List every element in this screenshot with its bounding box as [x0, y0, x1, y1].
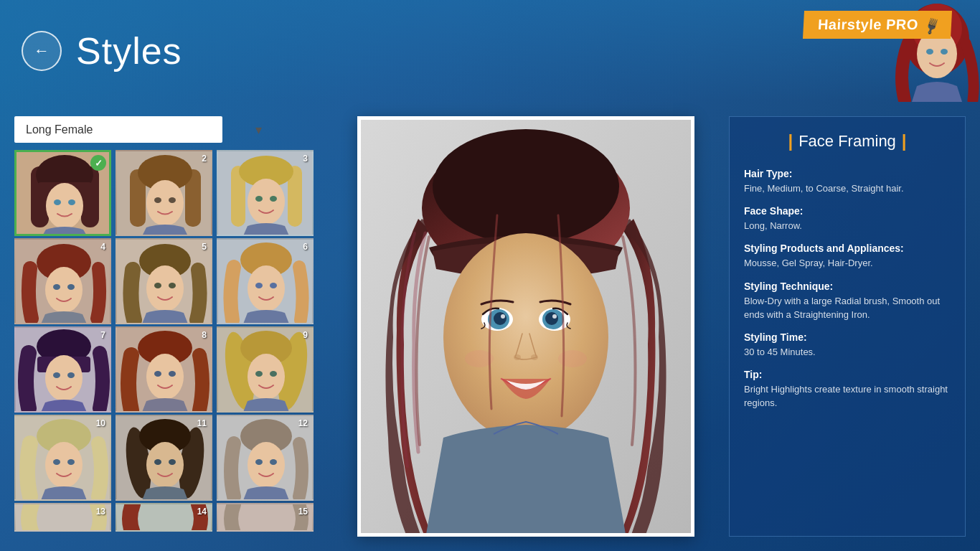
svg-point-82: [433, 129, 619, 244]
style-item-13[interactable]: 13: [14, 503, 111, 532]
style-name: Face Framing: [798, 132, 896, 151]
style-item-9[interactable]: 9: [217, 326, 314, 413]
right-panel: | Face Framing | Hair Type: Fine, Medium…: [729, 116, 966, 537]
hair-type-value: Fine, Medium, to Coarse, Straight hair.: [744, 183, 904, 194]
style-item-3[interactable]: 3: [217, 150, 314, 236]
title-pipe-left: |: [788, 131, 793, 151]
item-number-5: 5: [202, 242, 207, 252]
page-title: Styles: [76, 29, 182, 72]
svg-point-19: [169, 197, 176, 203]
svg-point-64: [67, 459, 75, 465]
style-item-10[interactable]: 10: [14, 415, 111, 501]
style-item-4[interactable]: 4: [14, 238, 111, 324]
info-styling-time: Styling Time: 30 to 45 Minutes.: [744, 331, 951, 359]
item-number-2: 2: [202, 154, 207, 164]
item-number-14: 14: [197, 507, 207, 517]
svg-point-75: [255, 459, 263, 465]
svg-point-87: [501, 314, 505, 319]
item-number-4: 4: [100, 242, 105, 252]
category-dropdown[interactable]: Long Female Short Female Medium Female L…: [14, 116, 222, 143]
svg-point-24: [248, 179, 285, 225]
branding-area: Hairstyle PRO 🪮: [758, 0, 980, 102]
back-button[interactable]: ←: [22, 31, 62, 71]
svg-point-52: [169, 371, 176, 377]
svg-point-86: [494, 312, 507, 325]
info-styling-technique: Styling Technique: Blow-Dry with a large…: [744, 281, 951, 321]
styling-time-label: Styling Time:: [744, 331, 951, 343]
svg-point-57: [248, 354, 285, 400]
style-item-14[interactable]: 14: [116, 503, 212, 532]
style-item-12[interactable]: 12: [217, 415, 314, 501]
item-number-12: 12: [298, 418, 308, 428]
svg-point-47: [67, 372, 75, 378]
item-number-9: 9: [303, 330, 308, 340]
left-panel: Long Female Short Female Medium Female L…: [14, 116, 323, 537]
svg-point-29: [45, 267, 83, 313]
brand-name: Hairstyle PRO: [817, 17, 918, 33]
svg-point-3: [926, 49, 933, 55]
face-shape-value: Long, Narrow.: [744, 220, 802, 231]
svg-point-11: [54, 199, 61, 205]
svg-point-91: [552, 314, 557, 319]
main-content: Long Female Short Female Medium Female L…: [0, 102, 980, 551]
svg-point-92: [514, 354, 521, 360]
svg-point-26: [270, 196, 277, 202]
svg-point-35: [154, 283, 161, 288]
styling-time-value: 30 to 45 Minutes.: [744, 347, 816, 357]
item-number-13: 13: [96, 507, 105, 517]
style-grid: ✓ 2: [14, 150, 316, 532]
svg-point-90: [545, 312, 558, 325]
style-item-15[interactable]: 15: [217, 503, 314, 532]
style-item-6[interactable]: 6: [217, 238, 314, 324]
svg-point-83: [443, 233, 608, 441]
info-tip: Tip: Bright Highlights create texture in…: [744, 369, 951, 410]
info-hair-type: Hair Type: Fine, Medium, to Coarse, Stra…: [744, 168, 951, 195]
svg-point-17: [146, 180, 184, 226]
svg-point-74: [248, 442, 285, 488]
styling-technique-label: Styling Technique:: [744, 281, 951, 292]
back-icon: ←: [34, 42, 50, 60]
info-face-shape: Face Shape: Long, Narrow.: [744, 205, 951, 232]
preview-illustration: [361, 120, 691, 533]
dropdown-container: Long Female Short Female Medium Female L…: [14, 116, 323, 143]
item-number-6: 6: [303, 242, 308, 252]
svg-point-4: [941, 49, 948, 55]
svg-point-25: [255, 196, 263, 202]
svg-point-70: [154, 459, 161, 465]
svg-point-31: [67, 284, 75, 290]
svg-point-39: [248, 265, 285, 311]
styling-products-value: Mousse, Gel Spray, Hair-Dryer.: [744, 258, 873, 268]
styling-technique-value: Blow-Dry with a large Radial brush, Smoo…: [744, 296, 940, 320]
svg-point-59: [270, 371, 277, 377]
face-shape-label: Face Shape:: [744, 205, 951, 217]
item-number-3: 3: [303, 154, 308, 164]
header: ← Styles Hairstyle PRO 🪮: [0, 0, 980, 102]
style-item-2[interactable]: 2: [116, 150, 212, 236]
style-item-11[interactable]: 11: [116, 415, 212, 501]
style-item-8[interactable]: 8: [116, 326, 212, 413]
svg-point-45: [45, 355, 83, 401]
svg-point-50: [146, 354, 184, 400]
svg-point-71: [169, 459, 176, 465]
selected-checkmark: ✓: [90, 155, 106, 171]
svg-point-63: [53, 459, 60, 465]
brand-banner: Hairstyle PRO 🪮: [803, 11, 952, 39]
chevron-down-icon: ▾: [255, 122, 262, 138]
style-item-1[interactable]: ✓: [14, 150, 111, 236]
center-preview: [323, 116, 729, 537]
svg-point-10: [46, 183, 83, 229]
preview-frame: [357, 116, 694, 537]
style-item-7[interactable]: 7: [14, 326, 111, 413]
styling-products-label: Styling Products and Appliances:: [744, 242, 951, 254]
svg-point-36: [169, 283, 176, 288]
hair-type-label: Hair Type:: [744, 168, 951, 179]
svg-point-93: [531, 354, 538, 360]
svg-point-40: [255, 283, 263, 288]
style-item-5[interactable]: 5: [116, 238, 212, 324]
svg-point-46: [53, 372, 60, 378]
tip-value: Bright Highlights create texture in smoo…: [744, 384, 948, 408]
svg-point-58: [255, 371, 263, 377]
preview-inner: [361, 120, 691, 533]
svg-point-76: [270, 459, 277, 465]
item-number-7: 7: [100, 330, 105, 340]
